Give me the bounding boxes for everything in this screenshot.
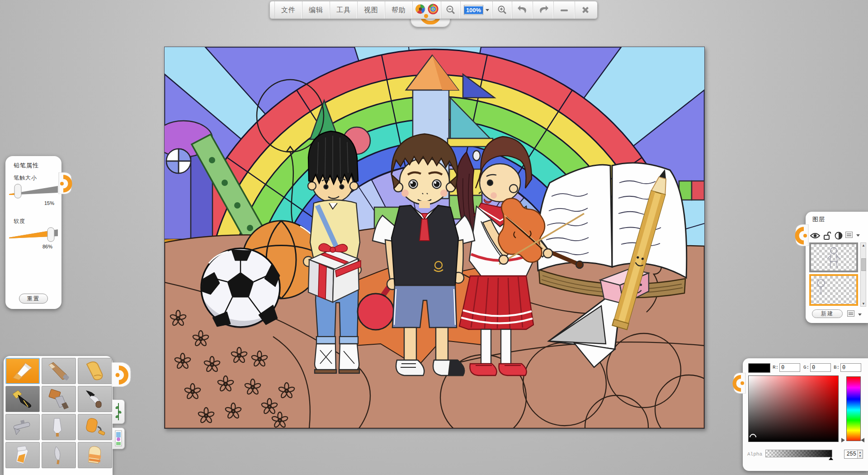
tool-palette <box>4 356 113 475</box>
saturation-value-box[interactable] <box>748 375 839 442</box>
menu-view[interactable]: 视图 <box>358 1 385 19</box>
scroll-up-icon[interactable]: ▲ <box>862 243 865 247</box>
tool-flat-brush[interactable] <box>42 386 76 412</box>
zoom-in-button[interactable] <box>493 1 512 19</box>
brush-size-slider[interactable] <box>8 183 59 200</box>
blue-field[interactable] <box>840 363 861 372</box>
blue-label: B: <box>834 365 840 370</box>
hue-bar[interactable] <box>846 376 861 441</box>
tool-ink-brush[interactable] <box>78 386 112 412</box>
spin-up-icon[interactable]: ▲ <box>859 451 862 454</box>
scroll-down-icon[interactable]: ▼ <box>862 302 865 306</box>
layers-options-caret-icon[interactable] <box>858 314 862 316</box>
pencil-panel-title: 铅笔属性 <box>14 162 39 170</box>
hue-marker-right[interactable] <box>861 438 864 442</box>
tool-pencil[interactable] <box>42 358 76 384</box>
brush-size-value: 15% <box>44 200 54 206</box>
sv-cursor[interactable] <box>748 432 758 442</box>
softness-label: 软度 <box>14 218 25 225</box>
tool-crayon[interactable] <box>78 358 112 384</box>
layer-thumbnail-top[interactable] <box>809 242 858 272</box>
hue-marker-left[interactable] <box>841 438 845 442</box>
red-field[interactable] <box>779 363 800 372</box>
tool-pencil-tip[interactable] <box>5 358 40 384</box>
tool-paint-roller[interactable] <box>78 414 112 440</box>
alpha-label: Alpha <box>747 451 762 457</box>
zoom-level-field[interactable]: 100% <box>461 1 493 19</box>
pencil-properties-panel: 铅笔属性 笔触大小 15% 软度 86% 重置 <box>5 156 61 309</box>
picture-stamp-tab[interactable] <box>113 428 125 449</box>
minimize-button[interactable] <box>554 1 575 19</box>
drawing-canvas[interactable] <box>164 47 705 429</box>
menu-tools[interactable]: 工具 <box>330 1 358 19</box>
layers-scrollbar[interactable]: ▲ ▼ <box>860 242 866 307</box>
zoom-dropdown-caret-icon[interactable] <box>486 9 489 11</box>
main-toolbar: 文件 编辑 工具 视图 帮助 100% <box>269 1 598 19</box>
clown-nose-icon <box>424 14 428 18</box>
reset-button[interactable]: 重置 <box>19 294 48 304</box>
softness-value: 86% <box>42 244 52 249</box>
layers-options-icon[interactable] <box>847 310 854 317</box>
toolbar-endcap <box>270 1 275 19</box>
alpha-marker[interactable] <box>829 457 833 460</box>
soccer-ball <box>201 248 280 328</box>
green-field[interactable] <box>810 363 831 372</box>
menu-file[interactable]: 文件 <box>275 1 302 19</box>
redo-button[interactable] <box>533 1 554 19</box>
green-label: G: <box>803 365 809 370</box>
current-color-swatch[interactable] <box>748 363 770 373</box>
new-layer-button[interactable]: 新建 <box>812 309 843 318</box>
plant-stamp-tab[interactable] <box>113 399 125 424</box>
palette-ear-handle[interactable] <box>112 362 132 387</box>
layer-menu-icon[interactable] <box>845 232 853 238</box>
scrollbar-thumb[interactable] <box>861 258 866 271</box>
layers-panel: 图层 ▲ ▼ 新建 <box>806 212 868 323</box>
panel-ear-handle[interactable] <box>58 172 73 194</box>
layers-ear-handle[interactable] <box>794 224 809 246</box>
tool-painting-knife[interactable] <box>42 442 76 468</box>
red-label: R: <box>773 365 778 370</box>
opacity-icon[interactable] <box>835 232 843 242</box>
eye-icon[interactable] <box>810 232 820 242</box>
alpha-value: 255 <box>844 451 857 457</box>
layer-menu-caret-icon[interactable] <box>856 234 860 237</box>
layers-panel-title: 图层 <box>812 215 825 223</box>
tool-fountain-pen[interactable] <box>5 386 40 412</box>
tool-palette-knife[interactable] <box>42 414 76 440</box>
alpha-slider[interactable] <box>765 450 832 457</box>
tool-airbrush[interactable] <box>5 414 40 440</box>
brush-size-handle[interactable] <box>14 184 21 198</box>
tool-eraser[interactable] <box>78 442 112 468</box>
menu-help[interactable]: 帮助 <box>385 1 413 19</box>
unlock-icon[interactable] <box>823 232 831 242</box>
softness-handle[interactable] <box>47 228 54 242</box>
undo-button[interactable] <box>512 1 533 19</box>
spin-down-icon[interactable]: ▼ <box>859 455 862 457</box>
softness-slider[interactable] <box>8 227 59 243</box>
layer-thumbnail-active[interactable] <box>809 274 858 306</box>
brush-size-label: 笔触大小 <box>14 174 37 182</box>
color-ear-handle[interactable] <box>732 373 746 394</box>
menu-edit[interactable]: 编辑 <box>302 1 330 19</box>
alpha-spinner[interactable]: 255 ▲▼ <box>844 450 863 459</box>
swirl-eye-icon[interactable] <box>428 4 439 16</box>
color-panel: R: G: B: Alpha 255 ▲▼ <box>743 358 868 471</box>
zoom-out-button[interactable] <box>441 1 461 19</box>
tool-paint-jar[interactable] <box>5 442 40 468</box>
zoom-level-value[interactable]: 100% <box>464 6 483 14</box>
close-button[interactable] <box>575 1 596 19</box>
